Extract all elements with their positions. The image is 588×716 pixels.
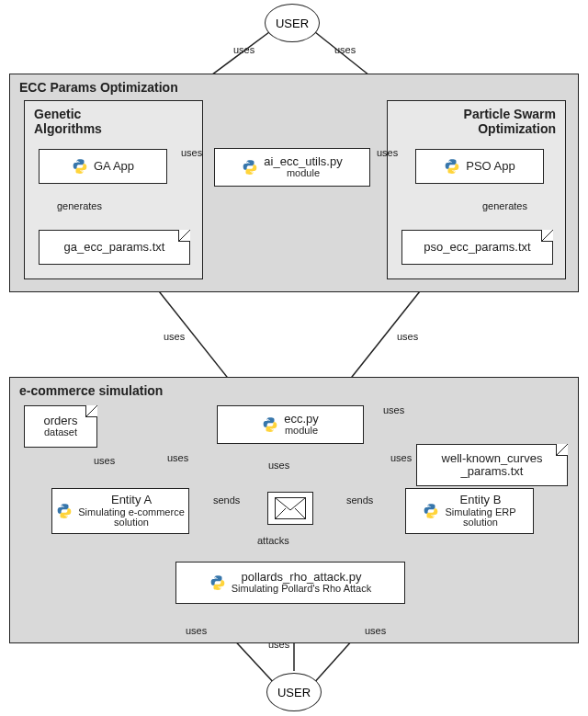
user-bottom: USER [266,673,322,711]
edge-uses: uses [179,147,204,158]
edge-uses: uses [266,460,291,471]
edge-uses: uses [381,404,406,415]
edge-uses: uses [92,455,117,466]
entity-a-sub: Simulating e-commerce solution [78,507,185,528]
svg-point-22 [454,171,455,172]
edge-uses: uses [389,452,413,463]
svg-point-33 [219,587,220,588]
python-icon [242,159,258,176]
edge-uses: uses [395,331,420,342]
python-icon [423,503,439,519]
svg-point-21 [449,161,450,162]
python-icon [262,416,278,433]
pso-app-node: PSO App [415,149,544,184]
svg-point-20 [81,171,82,172]
ai-utils-sub: module [264,168,342,179]
ecom-title: e-commerce simulation [19,383,163,398]
svg-point-31 [433,516,434,517]
edge-generates: generates [481,200,529,211]
svg-point-28 [66,516,67,517]
edge-uses: uses [363,625,388,636]
envelope-icon [267,492,313,525]
edge-uses: uses [165,452,190,463]
user-top: USER [265,4,320,42]
edge-uses: uses [184,625,209,636]
ecc-opt-title: ECC Params Optimization [19,80,178,95]
python-icon [56,503,73,519]
svg-point-19 [77,161,78,162]
entity-b-sub: Simulating ERP solution [445,507,515,528]
edge-uses: uses [333,44,357,55]
orders-sub: dataset [44,427,77,438]
svg-point-26 [272,429,273,430]
pso-app-label: PSO App [466,160,514,173]
user-top-label: USER [276,17,309,30]
curves-label: well-known_curves _params.txt [442,452,543,479]
edge-uses: uses [375,147,400,158]
ecc-params-optimization-panel: ECC Params Optimization Genetic Algorith… [9,74,579,292]
entity-b-label: Entity B [445,494,515,506]
orders-label: orders [44,415,78,427]
ecc-py-node: ecc.py module [217,405,364,444]
python-icon [209,574,226,591]
edge-sends: sends [211,494,242,506]
ga-app-node: GA App [39,149,167,184]
edge-uses: uses [162,331,187,342]
ga-params-label: ga_ecc_params.txt [64,241,165,254]
orders-dataset-doc: orders dataset [24,405,97,448]
well-known-curves-doc: well-known_curves _params.txt [416,444,568,486]
python-icon [72,158,88,175]
genetic-algorithms-panel: Genetic Algorithms GA App ga_ecc_params.… [24,100,203,279]
pso-title: Particle Swarm Optimization [464,107,556,136]
user-bottom-label: USER [277,686,311,699]
edge-uses: uses [232,44,256,55]
ga-app-label: GA App [94,160,134,173]
edge-uses: uses [266,639,291,650]
python-icon [444,158,460,175]
ai-utils-label: ai_ecc_utils.py [264,155,342,168]
edge-attacks: attacks [255,535,291,546]
ai-ecc-utils-node: ai_ecc_utils.py module [214,148,370,187]
svg-point-23 [247,162,248,163]
pollard-sub: Simulating Pollard's Rho Attack [232,584,372,595]
svg-point-30 [428,506,429,506]
pso-panel: Particle Swarm Optimization PSO App pso_… [387,100,566,279]
entity-b-node: Entity B Simulating ERP solution [405,488,534,534]
entity-a-node: Entity A Simulating e-commerce solution [51,488,189,534]
edge-generates: generates [55,200,104,211]
svg-point-24 [252,172,253,173]
ga-params-doc: ga_ecc_params.txt [39,230,190,265]
edge-sends: sends [345,494,375,506]
entity-a-label: Entity A [78,494,185,506]
ga-title: Genetic Algorithms [34,107,102,136]
pollard-node: pollards_rho_attack.py Simulating Pollar… [175,562,405,604]
svg-point-27 [62,506,62,506]
pso-params-label: pso_ecc_params.txt [424,241,530,254]
svg-point-32 [215,577,216,578]
ecc-py-label: ecc.py [284,413,319,426]
ecommerce-simulation-panel: e-commerce simulation orders dataset ecc… [9,377,579,643]
ecc-py-sub: module [284,426,319,437]
svg-point-25 [267,419,268,420]
pollard-label: pollards_rho_attack.py [232,571,372,584]
pso-params-doc: pso_ecc_params.txt [401,230,553,265]
